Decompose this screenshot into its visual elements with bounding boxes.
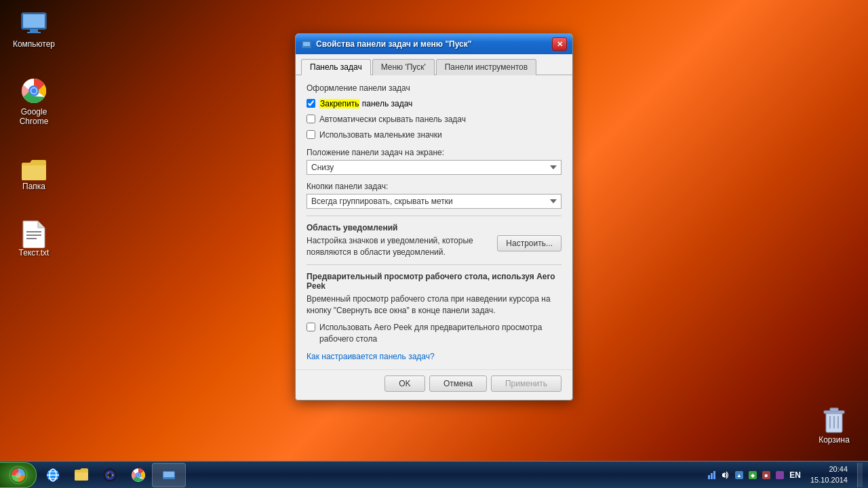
- textfile-icon: [22, 220, 46, 248]
- tray-language[interactable]: EN: [789, 470, 801, 480]
- taskbar-chrome-icon: [130, 467, 146, 483]
- desktop-icon-textfile[interactable]: Текст.txt: [7, 217, 61, 260]
- svg-text:◆: ◆: [751, 472, 755, 479]
- buttons-dropdown[interactable]: Всегда группировать, скрывать метки Груп…: [307, 194, 561, 209]
- dialog-buttons: OK Отмена Применить: [296, 369, 572, 400]
- clock-date: 15.10.2014: [810, 475, 848, 485]
- notifications-section: Область уведомлений Настройка значков и …: [307, 223, 561, 258]
- configure-button[interactable]: Настроить...: [497, 235, 561, 251]
- folder-icon: [20, 159, 47, 182]
- tab-taskbar[interactable]: Панель задач: [301, 59, 371, 75]
- divider-1: [307, 216, 561, 216]
- checkbox-autohide-label: Автоматически скрывать панель задач: [319, 114, 466, 125]
- computer-icon: [20, 9, 47, 37]
- notifications-title: Область уведомлений: [307, 223, 561, 232]
- tab-toolbars[interactable]: Панели инструментов: [436, 59, 536, 75]
- taskbar-tray: ▲ ◆ ■ EN 20:44 15.10.2014: [701, 463, 868, 487]
- taskbar-active-app[interactable]: [152, 463, 186, 487]
- svg-rect-19: [303, 42, 310, 46]
- checkbox-autohide[interactable]: [307, 115, 315, 123]
- chrome-icon: [20, 77, 47, 104]
- taskbar-explorer-button[interactable]: [68, 463, 95, 487]
- ok-button[interactable]: OK: [384, 375, 425, 392]
- tray-network-icon[interactable]: [707, 470, 717, 481]
- tray-icons: ▲ ◆ ■: [707, 470, 785, 481]
- desktop-icon-computer[interactable]: Компьютер: [7, 7, 61, 52]
- buttons-dropdown-row: Всегда группировать, скрывать метки Груп…: [307, 194, 561, 209]
- dialog-close-button[interactable]: ✕: [552, 37, 567, 51]
- show-desktop-button[interactable]: [857, 463, 863, 487]
- svg-point-35: [137, 474, 140, 476]
- checkbox-small-icons[interactable]: [307, 130, 315, 139]
- checkbox-lock[interactable]: [307, 99, 315, 108]
- desktop-icon-chrome[interactable]: Google Chrome: [7, 75, 61, 129]
- position-title: Положение панели задач на экране:: [307, 148, 561, 157]
- svg-point-22: [16, 472, 21, 478]
- svg-rect-2: [30, 29, 38, 32]
- position-dropdown-row: Снизу Сверху Слева Справа: [307, 160, 561, 175]
- tray-sound-icon[interactable]: [720, 470, 731, 481]
- taskbar-media-button[interactable]: [96, 463, 123, 487]
- aero-peek-checkbox-label: Использовать Aero Peek для предварительн…: [319, 322, 561, 345]
- taskbar: ▲ ◆ ■ EN 20:44 15.10.2014: [0, 461, 868, 488]
- svg-marker-41: [722, 472, 725, 478]
- svg-text:▲: ▲: [736, 472, 742, 479]
- tray-misc-icon-4[interactable]: [774, 470, 785, 481]
- notifications-desc: Настройка значков и уведомлений, которые…: [307, 235, 492, 258]
- apply-button[interactable]: Применить: [491, 375, 561, 392]
- tray-misc-icon-2[interactable]: ◆: [747, 470, 758, 481]
- svg-rect-40: [713, 471, 715, 479]
- checkbox-aero-peek[interactable]: [307, 323, 315, 331]
- recycle-bin-label: Корзина: [818, 435, 850, 445]
- svg-text:■: ■: [765, 472, 768, 479]
- dialog-title: Свойства панели задач и меню "Пуск": [316, 39, 548, 49]
- aero-peek-desc: Временный просмотр рабочего стола при на…: [307, 293, 561, 317]
- checkbox-row-lock: Закрепить панель задач: [307, 98, 561, 110]
- help-link[interactable]: Как настраивается панель задач?: [307, 352, 435, 361]
- desktop: Компьютер Google Chrome Папка: [0, 0, 868, 488]
- notifications-desc-row: Настройка значков и уведомлений, которые…: [307, 235, 561, 258]
- divider-2: [307, 264, 561, 265]
- taskbar-clock[interactable]: 20:44 15.10.2014: [805, 464, 853, 485]
- svg-rect-48: [776, 471, 784, 479]
- svg-point-8: [31, 88, 37, 94]
- taskbar-chrome-button[interactable]: [125, 463, 152, 487]
- aero-peek-section: Предварительный просмотр рабочего стола,…: [307, 272, 561, 344]
- desktop-icon-recycle[interactable]: Корзина: [807, 401, 861, 447]
- media-player-icon: [102, 467, 118, 483]
- aero-peek-checkbox-row: Использовать Aero Peek для предварительн…: [307, 322, 561, 345]
- svg-rect-1: [23, 14, 45, 28]
- checkbox-row-autohide: Автоматически скрывать панель задач: [307, 114, 561, 125]
- explorer-icon: [73, 467, 90, 483]
- cancel-button[interactable]: Отмена: [429, 375, 487, 392]
- taskbar-ie-button[interactable]: [39, 463, 66, 487]
- svg-rect-38: [708, 475, 710, 479]
- highlight-zakrepite: Закрепить: [319, 99, 359, 108]
- desktop-icon-folder[interactable]: Папка: [7, 156, 61, 194]
- svg-rect-17: [830, 408, 838, 411]
- ie-icon: [45, 467, 61, 483]
- dialog-titlebar-icon: [301, 39, 312, 49]
- folder-icon-label: Папка: [22, 182, 45, 191]
- tab-start-menu[interactable]: Меню 'Пуск': [372, 59, 435, 75]
- start-button[interactable]: [0, 462, 37, 488]
- tray-misc-icon-3[interactable]: ■: [761, 470, 772, 481]
- svg-point-31: [108, 473, 112, 477]
- svg-rect-3: [27, 32, 41, 33]
- position-dropdown[interactable]: Снизу Сверху Слева Справа: [307, 160, 561, 175]
- svg-rect-37: [163, 472, 174, 477]
- dialog-content: Оформление панели задач Закрепить панель…: [296, 75, 572, 369]
- tray-misc-icon-1[interactable]: ▲: [734, 470, 745, 481]
- buttons-section: Кнопки панели задач: Всегда группировать…: [307, 182, 561, 209]
- checkbox-row-small-icons: Использовать маленькие значки: [307, 129, 561, 141]
- textfile-icon-label: Текст.txt: [19, 248, 50, 258]
- clock-time: 20:44: [810, 464, 848, 474]
- svg-rect-20: [302, 47, 311, 48]
- position-section: Положение панели задач на экране: Снизу …: [307, 148, 561, 175]
- dialog-window: Свойства панели задач и меню "Пуск" ✕ Па…: [295, 33, 573, 400]
- chrome-icon-label: Google Chrome: [9, 107, 58, 127]
- dialog-taskbar-icon: [162, 470, 176, 481]
- buttons-title: Кнопки панели задач:: [307, 182, 561, 191]
- checkbox-small-icons-label: Использовать маленькие значки: [319, 129, 442, 141]
- checkbox-lock-label: Закрепить панель задач: [319, 98, 412, 110]
